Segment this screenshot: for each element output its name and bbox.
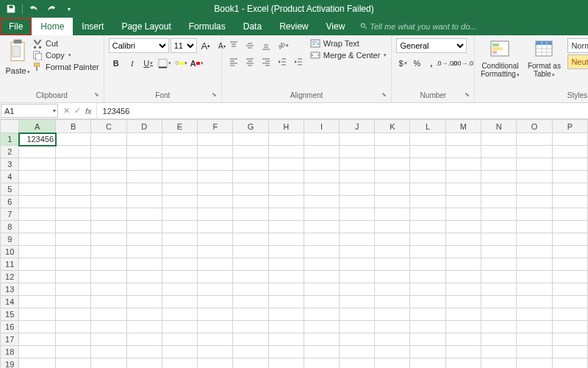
spreadsheet-grid[interactable]: ABCDEFGHIJKLMNOP112345623456789101112131…: [0, 119, 588, 368]
cell[interactable]: [126, 171, 162, 183]
cell[interactable]: [91, 221, 126, 233]
cell[interactable]: [552, 221, 587, 233]
cell[interactable]: [304, 221, 339, 233]
align-left-button[interactable]: [226, 54, 241, 69]
cell[interactable]: [410, 333, 445, 346]
cell[interactable]: [162, 208, 197, 221]
cell[interactable]: 123456: [19, 133, 56, 146]
cell[interactable]: [552, 158, 587, 171]
align-top-button[interactable]: [226, 38, 241, 53]
cell[interactable]: [340, 246, 375, 258]
cell[interactable]: [410, 133, 445, 146]
cell[interactable]: [410, 308, 445, 321]
cell[interactable]: [126, 258, 162, 271]
cell[interactable]: [91, 308, 126, 321]
font-color-button[interactable]: A▾: [190, 56, 204, 71]
column-header[interactable]: O: [517, 120, 552, 133]
cell[interactable]: [445, 283, 481, 296]
cell[interactable]: [233, 221, 268, 233]
cell[interactable]: [198, 183, 233, 196]
cell[interactable]: [552, 196, 587, 208]
cell[interactable]: [198, 158, 233, 171]
copy-button[interactable]: Copy▾: [32, 50, 99, 60]
number-format-select[interactable]: General: [396, 38, 467, 53]
cell[interactable]: [19, 333, 56, 346]
cell[interactable]: [445, 321, 481, 333]
cell[interactable]: [162, 246, 197, 258]
cell[interactable]: [375, 158, 410, 171]
cell[interactable]: [268, 271, 304, 283]
cell[interactable]: [268, 346, 304, 358]
tell-me-search[interactable]: Tell me what you want to do...: [358, 18, 476, 35]
cell[interactable]: [552, 283, 587, 296]
cell[interactable]: [126, 246, 162, 258]
cell[interactable]: [304, 258, 339, 271]
tab-home[interactable]: Home: [32, 18, 73, 35]
format-as-table-button[interactable]: Format as Table▾: [523, 38, 564, 78]
cell[interactable]: [445, 183, 481, 196]
cell[interactable]: [162, 171, 197, 183]
cell[interactable]: [56, 158, 91, 171]
row-header[interactable]: 13: [1, 283, 19, 296]
cell[interactable]: [481, 246, 517, 258]
cell[interactable]: [91, 158, 126, 171]
cell[interactable]: [552, 133, 587, 146]
row-header[interactable]: 11: [1, 258, 19, 271]
cell[interactable]: [162, 221, 197, 233]
cell[interactable]: [162, 183, 197, 196]
cell[interactable]: [162, 233, 197, 246]
cell[interactable]: [445, 258, 481, 271]
borders-button[interactable]: ▾: [157, 56, 172, 71]
row-header[interactable]: 17: [1, 333, 19, 346]
currency-button[interactable]: $▾: [396, 56, 409, 71]
align-right-button[interactable]: [259, 54, 273, 69]
row-header[interactable]: 19: [1, 358, 19, 369]
tab-file[interactable]: File: [0, 18, 32, 35]
decrease-indent-button[interactable]: [275, 54, 290, 69]
cell[interactable]: [517, 321, 552, 333]
cell[interactable]: [233, 271, 268, 283]
cell[interactable]: [91, 183, 126, 196]
cell[interactable]: [268, 158, 304, 171]
cell[interactable]: [410, 183, 445, 196]
cell[interactable]: [268, 246, 304, 258]
cell[interactable]: [126, 283, 162, 296]
column-header[interactable]: M: [445, 120, 481, 133]
insert-function-button[interactable]: fx: [85, 107, 92, 116]
cell[interactable]: [340, 146, 375, 158]
cell[interactable]: [268, 196, 304, 208]
cell[interactable]: [517, 346, 552, 358]
column-header[interactable]: K: [375, 120, 410, 133]
cell[interactable]: [56, 333, 91, 346]
cell[interactable]: [552, 308, 587, 321]
cell[interactable]: [233, 283, 268, 296]
cut-button[interactable]: Cut: [32, 38, 99, 49]
row-header[interactable]: 4: [1, 171, 19, 183]
cell[interactable]: [91, 171, 126, 183]
cell[interactable]: [375, 258, 410, 271]
cell[interactable]: [340, 283, 375, 296]
cell[interactable]: [517, 258, 552, 271]
cell[interactable]: [304, 333, 339, 346]
cell[interactable]: [233, 171, 268, 183]
row-header[interactable]: 15: [1, 308, 19, 321]
cell[interactable]: [340, 271, 375, 283]
cell[interactable]: [340, 321, 375, 333]
cell[interactable]: [517, 196, 552, 208]
cell[interactable]: [445, 208, 481, 221]
tab-review[interactable]: Review: [270, 18, 317, 35]
cell[interactable]: [517, 183, 552, 196]
cell[interactable]: [410, 283, 445, 296]
tab-insert[interactable]: Insert: [73, 18, 112, 35]
cell[interactable]: [56, 208, 91, 221]
cell[interactable]: [375, 183, 410, 196]
cell[interactable]: [481, 196, 517, 208]
cell[interactable]: [340, 171, 375, 183]
cell[interactable]: [56, 258, 91, 271]
cell[interactable]: [162, 258, 197, 271]
cell[interactable]: [552, 296, 587, 308]
cell[interactable]: [126, 358, 162, 369]
cell[interactable]: [162, 308, 197, 321]
cell[interactable]: [233, 258, 268, 271]
cell[interactable]: [410, 171, 445, 183]
